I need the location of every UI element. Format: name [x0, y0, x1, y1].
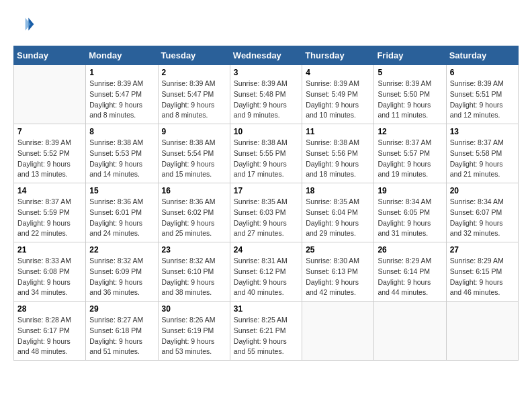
day-number: 31: [234, 304, 298, 314]
calendar-cell: 28Sunrise: 8:28 AMSunset: 6:17 PMDayligh…: [14, 302, 86, 361]
calendar-cell: 10Sunrise: 8:38 AMSunset: 5:55 PMDayligh…: [230, 124, 302, 183]
day-info: Sunrise: 8:33 AMSunset: 6:08 PMDaylight:…: [17, 256, 82, 298]
day-info: Sunrise: 8:39 AMSunset: 5:47 PMDaylight:…: [162, 79, 226, 121]
day-number: 1: [89, 68, 154, 77]
day-number: 10: [234, 127, 298, 136]
day-info: Sunrise: 8:39 AMSunset: 5:47 PMDaylight:…: [89, 79, 154, 121]
calendar-cell: 23Sunrise: 8:32 AMSunset: 6:10 PMDayligh…: [158, 242, 230, 302]
page-header: [13, 13, 519, 35]
day-of-week-header: Sunday: [14, 46, 86, 65]
day-info: Sunrise: 8:39 AMSunset: 5:52 PMDaylight:…: [17, 138, 82, 180]
day-info: Sunrise: 8:32 AMSunset: 6:10 PMDaylight:…: [162, 256, 226, 298]
calendar-cell: 22Sunrise: 8:32 AMSunset: 6:09 PMDayligh…: [86, 242, 158, 302]
day-number: 29: [89, 304, 154, 314]
calendar-header-row: SundayMondayTuesdayWednesdayThursdayFrid…: [14, 46, 519, 65]
day-number: 22: [89, 245, 154, 255]
day-info: Sunrise: 8:37 AMSunset: 5:58 PMDaylight:…: [450, 138, 515, 180]
logo: [13, 13, 38, 35]
calendar-cell: 18Sunrise: 8:35 AMSunset: 6:04 PMDayligh…: [302, 183, 374, 242]
day-number: 18: [306, 186, 370, 195]
day-info: Sunrise: 8:27 AMSunset: 6:18 PMDaylight:…: [89, 315, 154, 357]
day-info: Sunrise: 8:35 AMSunset: 6:03 PMDaylight:…: [234, 197, 298, 239]
day-of-week-header: Friday: [374, 46, 446, 65]
day-number: 7: [17, 127, 82, 136]
day-of-week-header: Thursday: [302, 46, 374, 65]
day-number: 25: [306, 245, 370, 255]
calendar-table: SundayMondayTuesdayWednesdayThursdayFrid…: [13, 46, 519, 361]
day-number: 12: [378, 127, 442, 136]
day-number: 3: [234, 68, 298, 77]
calendar-cell: 1Sunrise: 8:39 AMSunset: 5:47 PMDaylight…: [86, 65, 158, 124]
day-info: Sunrise: 8:34 AMSunset: 6:07 PMDaylight:…: [450, 197, 515, 239]
calendar-row: 7Sunrise: 8:39 AMSunset: 5:52 PMDaylight…: [14, 124, 519, 183]
day-info: Sunrise: 8:38 AMSunset: 5:53 PMDaylight:…: [89, 138, 154, 180]
day-number: 28: [17, 304, 82, 314]
day-info: Sunrise: 8:37 AMSunset: 5:57 PMDaylight:…: [378, 138, 442, 180]
day-info: Sunrise: 8:39 AMSunset: 5:48 PMDaylight:…: [234, 79, 298, 121]
calendar-cell: 30Sunrise: 8:26 AMSunset: 6:19 PMDayligh…: [158, 302, 230, 361]
calendar-cell: 29Sunrise: 8:27 AMSunset: 6:18 PMDayligh…: [86, 302, 158, 361]
calendar-cell: 5Sunrise: 8:39 AMSunset: 5:50 PMDaylight…: [374, 65, 446, 124]
calendar-cell: 24Sunrise: 8:31 AMSunset: 6:12 PMDayligh…: [230, 242, 302, 302]
calendar-cell: 7Sunrise: 8:39 AMSunset: 5:52 PMDaylight…: [14, 124, 86, 183]
day-number: 21: [17, 245, 82, 255]
day-info: Sunrise: 8:30 AMSunset: 6:13 PMDaylight:…: [306, 256, 370, 298]
calendar-cell: 26Sunrise: 8:29 AMSunset: 6:14 PMDayligh…: [374, 242, 446, 302]
day-number: 23: [162, 245, 226, 255]
day-number: 11: [306, 127, 370, 136]
calendar-cell: 14Sunrise: 8:37 AMSunset: 5:59 PMDayligh…: [14, 183, 86, 242]
calendar-row: 14Sunrise: 8:37 AMSunset: 5:59 PMDayligh…: [14, 183, 519, 242]
day-number: 8: [89, 127, 154, 136]
logo-icon: [13, 13, 35, 35]
day-info: Sunrise: 8:29 AMSunset: 6:15 PMDaylight:…: [450, 256, 515, 298]
calendar-cell: 4Sunrise: 8:39 AMSunset: 5:49 PMDaylight…: [302, 65, 374, 124]
day-number: 16: [162, 186, 226, 195]
calendar-cell: 13Sunrise: 8:37 AMSunset: 5:58 PMDayligh…: [446, 124, 518, 183]
day-number: 24: [234, 245, 298, 255]
calendar-row: 21Sunrise: 8:33 AMSunset: 6:08 PMDayligh…: [14, 242, 519, 302]
day-of-week-header: Tuesday: [158, 46, 230, 65]
calendar-cell: 21Sunrise: 8:33 AMSunset: 6:08 PMDayligh…: [14, 242, 86, 302]
day-info: Sunrise: 8:34 AMSunset: 6:05 PMDaylight:…: [378, 197, 442, 239]
day-number: 13: [450, 127, 515, 136]
day-number: 26: [378, 245, 442, 255]
day-number: 30: [162, 304, 226, 314]
calendar-cell: 8Sunrise: 8:38 AMSunset: 5:53 PMDaylight…: [86, 124, 158, 183]
day-of-week-header: Monday: [86, 46, 158, 65]
day-number: 5: [378, 68, 442, 77]
calendar-cell: 16Sunrise: 8:36 AMSunset: 6:02 PMDayligh…: [158, 183, 230, 242]
calendar-cell: 11Sunrise: 8:38 AMSunset: 5:56 PMDayligh…: [302, 124, 374, 183]
day-number: 14: [17, 186, 82, 195]
calendar-body: 1Sunrise: 8:39 AMSunset: 5:47 PMDaylight…: [14, 65, 519, 361]
day-info: Sunrise: 8:36 AMSunset: 6:01 PMDaylight:…: [89, 197, 154, 239]
day-of-week-header: Wednesday: [230, 46, 302, 65]
day-info: Sunrise: 8:35 AMSunset: 6:04 PMDaylight:…: [306, 197, 370, 239]
day-info: Sunrise: 8:38 AMSunset: 5:55 PMDaylight:…: [234, 138, 298, 180]
day-number: 19: [378, 186, 442, 195]
day-info: Sunrise: 8:36 AMSunset: 6:02 PMDaylight:…: [162, 197, 226, 239]
calendar-cell: [446, 302, 518, 361]
day-of-week-header: Saturday: [446, 46, 518, 65]
day-info: Sunrise: 8:37 AMSunset: 5:59 PMDaylight:…: [17, 197, 82, 239]
day-info: Sunrise: 8:38 AMSunset: 5:56 PMDaylight:…: [306, 138, 370, 180]
calendar-cell: 9Sunrise: 8:38 AMSunset: 5:54 PMDaylight…: [158, 124, 230, 183]
day-info: Sunrise: 8:29 AMSunset: 6:14 PMDaylight:…: [378, 256, 442, 298]
day-info: Sunrise: 8:26 AMSunset: 6:19 PMDaylight:…: [162, 315, 226, 357]
day-number: 20: [450, 186, 515, 195]
calendar-cell: 15Sunrise: 8:36 AMSunset: 6:01 PMDayligh…: [86, 183, 158, 242]
calendar-cell: 27Sunrise: 8:29 AMSunset: 6:15 PMDayligh…: [446, 242, 518, 302]
day-info: Sunrise: 8:39 AMSunset: 5:49 PMDaylight:…: [306, 79, 370, 121]
calendar-cell: 17Sunrise: 8:35 AMSunset: 6:03 PMDayligh…: [230, 183, 302, 242]
day-number: 15: [89, 186, 154, 195]
calendar-cell: 3Sunrise: 8:39 AMSunset: 5:48 PMDaylight…: [230, 65, 302, 124]
calendar-cell: 20Sunrise: 8:34 AMSunset: 6:07 PMDayligh…: [446, 183, 518, 242]
calendar-cell: 31Sunrise: 8:25 AMSunset: 6:21 PMDayligh…: [230, 302, 302, 361]
day-number: 9: [162, 127, 226, 136]
day-info: Sunrise: 8:32 AMSunset: 6:09 PMDaylight:…: [89, 256, 154, 298]
calendar-cell: 19Sunrise: 8:34 AMSunset: 6:05 PMDayligh…: [374, 183, 446, 242]
day-info: Sunrise: 8:31 AMSunset: 6:12 PMDaylight:…: [234, 256, 298, 298]
calendar-cell: 2Sunrise: 8:39 AMSunset: 5:47 PMDaylight…: [158, 65, 230, 124]
day-number: 4: [306, 68, 370, 77]
day-info: Sunrise: 8:38 AMSunset: 5:54 PMDaylight:…: [162, 138, 226, 180]
day-number: 2: [162, 68, 226, 77]
